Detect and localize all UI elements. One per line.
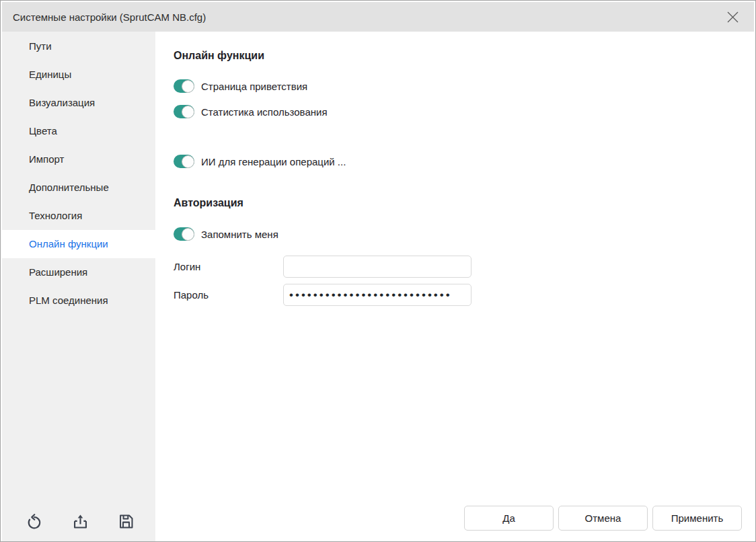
sidebar: Пути Единицы Визуализация Цвета Импорт Д… (2, 32, 155, 541)
titlebar: Системные настройки (SprutCAM NB.cfg) (2, 2, 754, 32)
remember-me-toggle[interactable] (174, 227, 194, 241)
sidebar-item-plm-connections[interactable]: PLM соединения (2, 286, 155, 315)
password-input[interactable] (283, 284, 471, 306)
apply-button[interactable]: Применить (652, 506, 742, 531)
toggle-label: Статистика использования (201, 106, 328, 118)
sidebar-item-online-functions[interactable]: Онлайн функции (2, 230, 155, 258)
reset-icon[interactable] (26, 512, 44, 531)
toggle-knob (182, 80, 194, 93)
settings-panel: Онлайн функции Страница приветствия Стат… (155, 32, 754, 541)
toggle-row-welcome-page: Страница приветствия (174, 78, 754, 94)
sidebar-item-colors[interactable]: Цвета (2, 117, 155, 145)
sidebar-toolbar (2, 512, 155, 531)
sidebar-item-visualization[interactable]: Визуализация (2, 89, 155, 117)
close-icon[interactable] (720, 2, 745, 32)
sidebar-item-paths[interactable]: Пути (2, 32, 155, 61)
toggle-knob (182, 106, 194, 118)
toggle-label: ИИ для генерации операций ... (201, 156, 346, 167)
sidebar-item-import[interactable]: Импорт (2, 145, 155, 173)
section-title-online: Онлайн функции (174, 49, 754, 63)
sidebar-item-units[interactable]: Единицы (2, 61, 155, 89)
usage-statistics-toggle[interactable] (174, 105, 194, 118)
password-row: Пароль (174, 284, 754, 306)
window-title: Системные настройки (SprutCAM NB.cfg) (13, 11, 206, 23)
section-title-auth: Авторизация (174, 196, 754, 210)
export-icon[interactable] (71, 512, 89, 531)
yes-button[interactable]: Да (464, 506, 554, 531)
login-label: Логин (174, 261, 283, 272)
dialog-buttons: Да Отмена Применить (464, 506, 742, 531)
toggle-label: Запомнить меня (201, 229, 278, 240)
toggle-row-remember-me: Запомнить меня (174, 226, 754, 242)
toggle-row-usage-statistics: Статистика использования (174, 104, 754, 120)
login-input[interactable] (283, 256, 471, 278)
toggle-knob (182, 228, 194, 241)
sidebar-item-technology[interactable]: Технология (2, 202, 155, 230)
system-settings-dialog: Системные настройки (SprutCAM NB.cfg) Пу… (0, 0, 756, 542)
sidebar-item-additional[interactable]: Дополнительные (2, 173, 155, 202)
welcome-page-toggle[interactable] (174, 79, 194, 93)
toggle-label: Страница приветствия (201, 81, 307, 92)
cancel-button[interactable]: Отмена (558, 506, 648, 531)
sidebar-item-extensions[interactable]: Расширения (2, 258, 155, 286)
login-row: Логин (174, 256, 754, 278)
toggle-row-ai-operations: ИИ для генерации операций ... (174, 153, 754, 169)
ai-operations-toggle[interactable] (174, 155, 194, 168)
toggle-knob (182, 155, 194, 168)
password-label: Пароль (174, 289, 283, 301)
save-icon[interactable] (117, 512, 135, 531)
